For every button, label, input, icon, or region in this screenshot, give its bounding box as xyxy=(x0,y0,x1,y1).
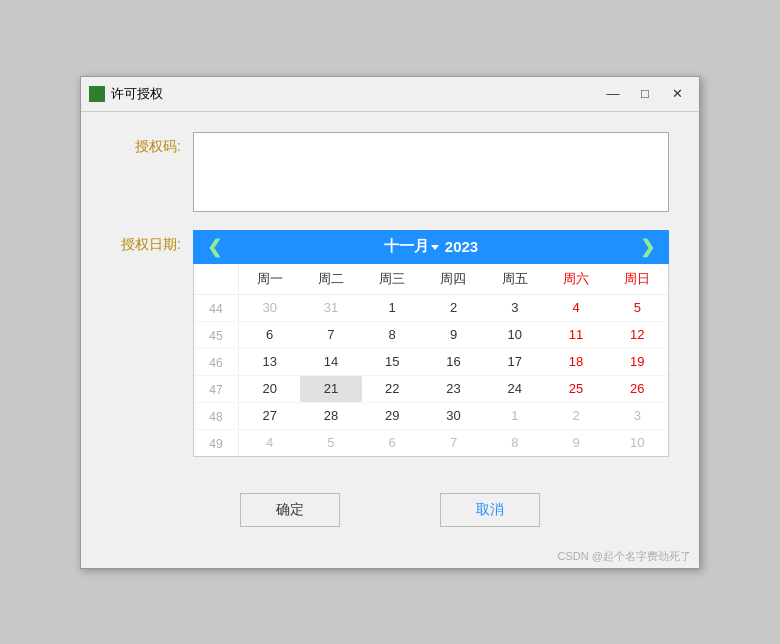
table-row: 44 30 31 1 2 3 4 5 xyxy=(194,295,668,322)
app-icon xyxy=(89,86,105,102)
day-cell[interactable]: 9 xyxy=(545,430,606,456)
weekday-tue: 周二 xyxy=(300,264,361,294)
close-button[interactable]: ✕ xyxy=(663,83,691,105)
day-cell[interactable]: 17 xyxy=(484,349,545,375)
calendar-month-title: 十一月 2023 xyxy=(384,237,478,256)
day-cell[interactable]: 30 xyxy=(239,295,300,321)
calendar-grid: 周一 周二 周三 周四 周五 周六 周日 44 30 31 1 2 xyxy=(193,264,669,457)
prev-month-button[interactable]: ❮ xyxy=(203,236,226,258)
day-cell[interactable]: 7 xyxy=(423,430,484,456)
day-cell[interactable]: 5 xyxy=(607,295,668,321)
day-cell[interactable]: 13 xyxy=(239,349,300,375)
maximize-button[interactable]: □ xyxy=(631,83,659,105)
week-num-48: 48 xyxy=(194,403,239,429)
weekday-sun: 周日 xyxy=(607,264,668,294)
day-cell[interactable]: 12 xyxy=(607,322,668,348)
day-cell[interactable]: 8 xyxy=(484,430,545,456)
day-cell[interactable]: 2 xyxy=(423,295,484,321)
day-cell[interactable]: 6 xyxy=(239,322,300,348)
day-cell[interactable]: 26 xyxy=(607,376,668,402)
day-cell[interactable]: 28 xyxy=(300,403,361,429)
day-cell[interactable]: 23 xyxy=(423,376,484,402)
day-cell[interactable]: 20 xyxy=(239,376,300,402)
week-num-header xyxy=(194,264,239,294)
day-cell[interactable]: 3 xyxy=(607,403,668,429)
cancel-button[interactable]: 取消 xyxy=(440,493,540,527)
table-row: 47 20 21 22 23 24 25 26 xyxy=(194,376,668,403)
weekday-wed: 周三 xyxy=(362,264,423,294)
minimize-button[interactable]: — xyxy=(599,83,627,105)
day-cell[interactable]: 14 xyxy=(300,349,361,375)
day-cell[interactable]: 1 xyxy=(484,403,545,429)
auth-date-row: 授权日期: ❮ 十一月 2023 ❯ xyxy=(111,230,669,457)
calendar: ❮ 十一月 2023 ❯ 周一 周二 xyxy=(193,230,669,457)
weekday-thu: 周四 xyxy=(423,264,484,294)
day-cell[interactable]: 11 xyxy=(545,322,606,348)
month-dropdown-icon xyxy=(431,245,439,250)
day-cell[interactable]: 27 xyxy=(239,403,300,429)
watermark: CSDN @起个名字费劲死了 xyxy=(81,547,699,568)
table-row: 48 27 28 29 30 1 2 3 xyxy=(194,403,668,430)
title-bar: 许可授权 — □ ✕ xyxy=(81,77,699,112)
day-cell[interactable]: 2 xyxy=(545,403,606,429)
week-num-44: 44 xyxy=(194,295,239,321)
auth-code-row: 授权码: xyxy=(111,132,669,212)
content-area: 授权码: 授权日期: ❮ 十一月 2023 ❯ xyxy=(81,112,699,477)
day-cell[interactable]: 15 xyxy=(362,349,423,375)
day-cell[interactable]: 5 xyxy=(300,430,361,456)
auth-code-label: 授权码: xyxy=(111,132,181,156)
next-month-button[interactable]: ❯ xyxy=(636,236,659,258)
calendar-month: 十一月 xyxy=(384,237,439,256)
day-cell[interactable]: 6 xyxy=(362,430,423,456)
day-cell[interactable]: 29 xyxy=(362,403,423,429)
day-cell[interactable]: 4 xyxy=(545,295,606,321)
table-row: 45 6 7 8 9 10 11 12 xyxy=(194,322,668,349)
auth-date-label: 授权日期: xyxy=(111,230,181,254)
day-cell[interactable]: 4 xyxy=(239,430,300,456)
day-cell[interactable]: 1 xyxy=(362,295,423,321)
day-cell[interactable]: 8 xyxy=(362,322,423,348)
table-row: 49 4 5 6 7 8 9 10 xyxy=(194,430,668,456)
day-cell[interactable]: 7 xyxy=(300,322,361,348)
day-cell[interactable]: 10 xyxy=(484,322,545,348)
day-cell[interactable]: 25 xyxy=(545,376,606,402)
calendar-weekday-header: 周一 周二 周三 周四 周五 周六 周日 xyxy=(194,264,668,295)
weekday-mon: 周一 xyxy=(239,264,300,294)
window-title: 许可授权 xyxy=(111,85,599,103)
day-cell[interactable]: 31 xyxy=(300,295,361,321)
week-num-45: 45 xyxy=(194,322,239,348)
confirm-button[interactable]: 确定 xyxy=(240,493,340,527)
auth-code-input[interactable] xyxy=(193,132,669,212)
day-cell[interactable]: 3 xyxy=(484,295,545,321)
weekday-fri: 周五 xyxy=(484,264,545,294)
day-cell[interactable]: 24 xyxy=(484,376,545,402)
day-cell[interactable]: 9 xyxy=(423,322,484,348)
footer-buttons: 确定 取消 xyxy=(81,477,699,547)
day-cell[interactable]: 10 xyxy=(607,430,668,456)
week-num-49: 49 xyxy=(194,430,239,456)
week-num-46: 46 xyxy=(194,349,239,375)
month-text: 十一月 xyxy=(384,237,429,254)
week-num-47: 47 xyxy=(194,376,239,402)
title-bar-buttons: — □ ✕ xyxy=(599,83,691,105)
day-cell[interactable]: 30 xyxy=(423,403,484,429)
day-cell[interactable]: 18 xyxy=(545,349,606,375)
day-cell[interactable]: 22 xyxy=(362,376,423,402)
weekday-sat: 周六 xyxy=(545,264,606,294)
table-row: 46 13 14 15 16 17 18 19 xyxy=(194,349,668,376)
day-cell[interactable]: 16 xyxy=(423,349,484,375)
calendar-year: 2023 xyxy=(445,238,478,255)
day-cell[interactable]: 19 xyxy=(607,349,668,375)
calendar-header: ❮ 十一月 2023 ❯ xyxy=(193,230,669,264)
main-window: 许可授权 — □ ✕ 授权码: 授权日期: ❮ 十一月 xyxy=(80,76,700,569)
day-cell-selected[interactable]: 21 xyxy=(300,376,361,402)
